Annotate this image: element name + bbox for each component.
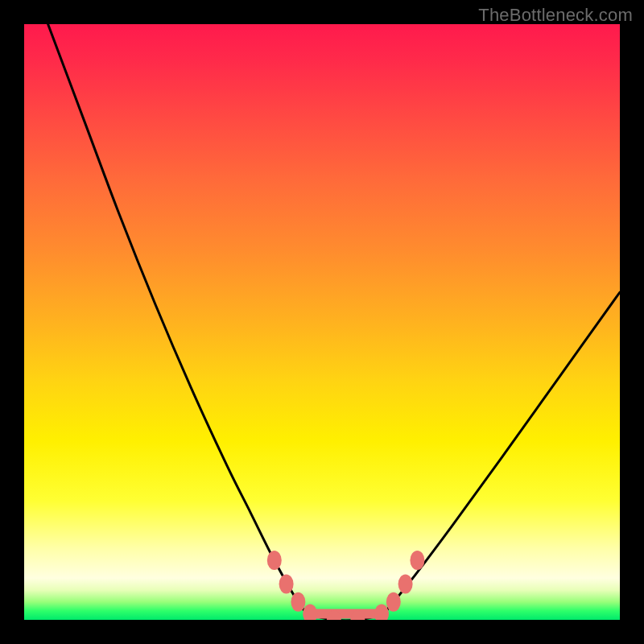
chart-frame <box>24 24 620 620</box>
marker-bead <box>410 551 424 570</box>
marker-bead <box>291 592 305 612</box>
marker-bead <box>303 605 317 620</box>
marker-bead <box>267 551 282 570</box>
bottleneck-curve <box>48 24 620 620</box>
marker-bead <box>386 592 401 612</box>
marker-bead <box>398 575 413 594</box>
attribution-label: TheBottleneck.com <box>478 5 633 26</box>
marker-bead <box>374 605 389 620</box>
chart-svg <box>24 24 620 620</box>
marker-bead <box>279 575 294 594</box>
